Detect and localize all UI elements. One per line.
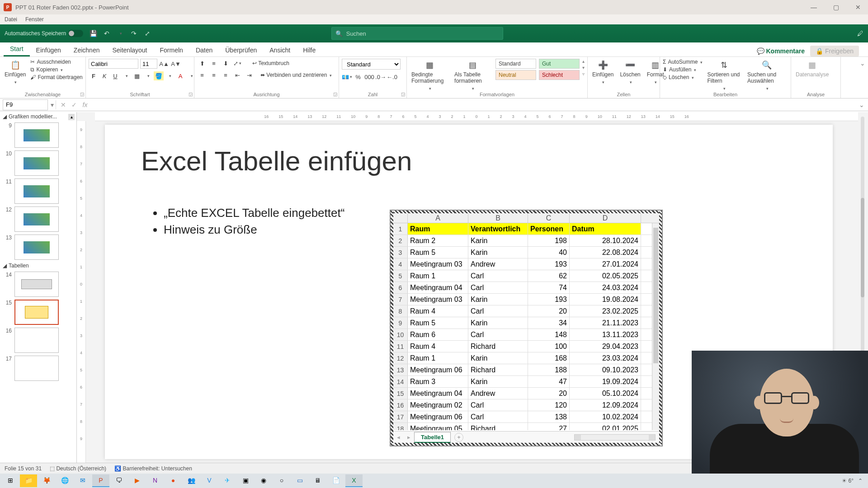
slide-thumbnail[interactable]: 14: [0, 270, 76, 298]
onenote-icon[interactable]: N: [146, 474, 164, 487]
style-scroll-up[interactable]: ▴: [582, 59, 585, 64]
close-button[interactable]: ✕: [852, 4, 864, 11]
app-icon[interactable]: ○: [273, 474, 290, 487]
slide-thumbnail[interactable]: 17: [0, 354, 76, 382]
toggle-icon[interactable]: [68, 30, 83, 37]
touch-mode-icon[interactable]: ⤢: [144, 30, 151, 37]
table-row[interactable]: 16Meetingraum 02Carl12012.09.2024: [393, 399, 659, 411]
tab-ueberpruefen[interactable]: Überprüfen: [219, 44, 263, 56]
font-name-select[interactable]: [89, 59, 138, 69]
border-dropdown[interactable]: [143, 71, 153, 80]
outlook-icon[interactable]: ✉: [74, 474, 91, 487]
menu-fenster[interactable]: Fenster: [25, 16, 44, 23]
inc-decimal-icon[interactable]: .0→: [376, 72, 386, 81]
font-size-select[interactable]: [140, 59, 157, 69]
vscode-icon[interactable]: V: [201, 474, 218, 487]
align-top-icon[interactable]: ⬆: [197, 59, 207, 68]
cut-button[interactable]: ✂ Ausschneiden: [30, 59, 82, 65]
sort-filter-button[interactable]: ⇅Sortieren und Filtern: [705, 59, 743, 92]
undo-icon[interactable]: ↶: [103, 30, 110, 37]
wrap-text-button[interactable]: ↩ Textumbruch: [252, 60, 289, 66]
col-header-b[interactable]: B: [468, 213, 528, 223]
slide-thumbnail[interactable]: 9: [0, 121, 76, 149]
slide-thumbnail[interactable]: 11: [0, 177, 76, 205]
slide-thumbnail[interactable]: 16: [0, 326, 76, 354]
align-bottom-icon[interactable]: ⬇: [221, 59, 231, 68]
share-icon[interactable]: 🖊: [857, 30, 863, 37]
chrome-icon[interactable]: 🌐: [56, 474, 73, 487]
kommentare-button[interactable]: 💬 Kommentare: [757, 47, 805, 55]
clear-button[interactable]: ◇ Löschen: [663, 74, 703, 80]
undo-dropdown[interactable]: [117, 30, 124, 37]
file-explorer-icon[interactable]: 📁: [20, 474, 37, 487]
excel-grid[interactable]: A B C D 1RaumVerantwortlichPersonenDatum…: [393, 213, 659, 430]
embedded-excel-object[interactable]: A B C D 1RaumVerantwortlichPersonenDatum…: [391, 211, 662, 446]
col-header-c[interactable]: C: [528, 213, 570, 223]
save-icon[interactable]: 💾: [90, 30, 97, 37]
teams-icon[interactable]: 👥: [183, 474, 200, 487]
tray-chevron[interactable]: ⌃: [858, 478, 863, 484]
launcher-icon[interactable]: ◲: [401, 92, 405, 97]
thumb-scroll-up[interactable]: ▴: [68, 114, 75, 120]
section-grafiken[interactable]: ◢ Grafiken modellier...: [0, 112, 76, 121]
slide-title[interactable]: Excel Tabelle einfügen: [141, 145, 412, 177]
slide-thumbnail[interactable]: 13: [0, 233, 76, 261]
table-row[interactable]: 15Meetingraum 04Andrew2005.10.2024: [393, 388, 659, 399]
border-button[interactable]: ▦: [132, 71, 142, 80]
tab-seitenlayout[interactable]: Seitenlayout: [106, 44, 153, 56]
tab-formeln[interactable]: Formeln: [154, 44, 189, 56]
bold-button[interactable]: F: [89, 71, 99, 80]
sheet-tab[interactable]: Tabelle1: [414, 432, 451, 443]
expand-formula-bar-icon[interactable]: ⌄: [855, 101, 868, 108]
table-row[interactable]: 14Raum 3Karin4719.09.2024: [393, 376, 659, 388]
fill-color-button[interactable]: 🪣: [154, 71, 164, 80]
weather-widget[interactable]: ☀ 6°: [842, 478, 854, 484]
select-all-corner[interactable]: [393, 213, 408, 223]
table-row[interactable]: 10Raum 6Carl14813.11.2023: [393, 329, 659, 341]
table-row[interactable]: 13Meetingraum 06Richard18809.10.2023: [393, 364, 659, 376]
italic-button[interactable]: K: [99, 71, 109, 80]
app-icon[interactable]: ●: [165, 474, 182, 487]
table-row[interactable]: 12Raum 1Karin16823.03.2024: [393, 352, 659, 364]
indent-inc-icon[interactable]: ⇥: [244, 70, 254, 80]
excel-taskbar-icon[interactable]: X: [345, 474, 363, 487]
percent-button[interactable]: %: [353, 72, 363, 81]
section-tabellen[interactable]: ◢ Tabellen: [0, 261, 76, 270]
language-status[interactable]: ⬚ Deutsch (Österreich): [50, 465, 106, 472]
menu-datei[interactable]: Datei: [5, 16, 17, 23]
sheet-nav-prev[interactable]: ◂: [393, 434, 404, 441]
table-row[interactable]: 11Raum 4Richard10029.04.2023: [393, 341, 659, 352]
app-icon[interactable]: 🗨: [110, 474, 127, 487]
excel-horizontal-scrollbar[interactable]: [574, 434, 656, 441]
paste-button[interactable]: 📋 Einfügen: [3, 59, 28, 86]
fx-icon[interactable]: fx: [80, 101, 90, 108]
telegram-icon[interactable]: ✈: [219, 474, 236, 487]
orientation-button[interactable]: ⤢: [232, 59, 242, 68]
indent-dec-icon[interactable]: ⇤: [232, 70, 242, 80]
style-neutral[interactable]: Neutral: [495, 70, 536, 80]
slide-counter[interactable]: Folie 15 von 31: [5, 465, 42, 472]
insert-cells-button[interactable]: ➕Einfügen: [590, 59, 615, 86]
freigeben-button[interactable]: 🔒 Freigeben: [810, 46, 859, 56]
app-icon[interactable]: 📄: [327, 474, 344, 487]
underline-button[interactable]: U: [110, 71, 120, 80]
table-row[interactable]: 2Raum 2Karin19828.10.2024: [393, 235, 659, 247]
conditional-format-button[interactable]: ▦Bedingte Formatierung: [410, 59, 450, 92]
style-standard[interactable]: Standard: [495, 59, 536, 69]
excel-vertical-scrollbar[interactable]: [652, 223, 659, 430]
format-as-table-button[interactable]: ▤Als Tabelle formatieren: [453, 59, 493, 92]
formula-input[interactable]: [90, 99, 855, 110]
accessibility-status[interactable]: ♿ Barrierefreiheit: Untersuchen: [114, 465, 192, 472]
table-row[interactable]: 9Raum 5Karin3421.11.2023: [393, 317, 659, 329]
autosave-toggle[interactable]: Automatisches Speichern: [5, 30, 83, 37]
font-color-button[interactable]: A: [175, 71, 185, 80]
fill-button[interactable]: ⬇ Ausfüllen: [663, 66, 703, 73]
align-middle-icon[interactable]: ≡: [209, 59, 219, 68]
number-format-select[interactable]: Standard: [342, 59, 401, 70]
style-gut[interactable]: Gut: [539, 59, 580, 69]
powerpoint-taskbar-icon[interactable]: P: [92, 474, 109, 487]
tab-start[interactable]: Start: [4, 42, 30, 56]
copy-button[interactable]: ⧉ Kopieren: [30, 66, 82, 73]
col-header-d[interactable]: D: [570, 213, 641, 223]
tab-zeichnen[interactable]: Zeichnen: [67, 44, 106, 56]
